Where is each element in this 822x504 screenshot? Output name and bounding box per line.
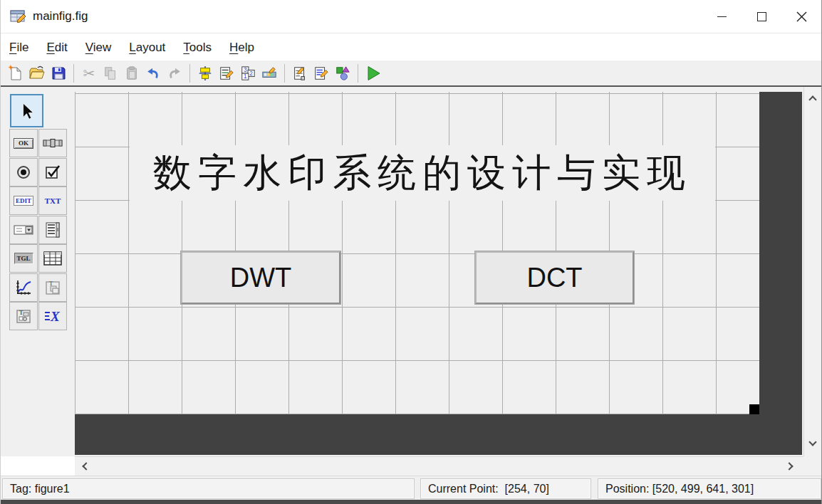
redo-button[interactable] xyxy=(164,63,185,84)
scroll-left-icon[interactable] xyxy=(82,462,90,470)
tool-button-group[interactable]: T xyxy=(9,302,38,330)
save-button[interactable] xyxy=(48,63,69,84)
property-inspector-icon xyxy=(313,65,329,81)
svg-text:1: 1 xyxy=(244,73,247,80)
figure-resize-handle[interactable] xyxy=(749,404,759,414)
copy-button[interactable] xyxy=(100,63,121,84)
undo-button[interactable] xyxy=(142,63,164,84)
toolbar-separator xyxy=(73,64,74,83)
svg-text:3: 3 xyxy=(244,67,247,73)
align-objects-button[interactable] xyxy=(194,63,216,84)
current-point-text: Current Point: [254, 70] xyxy=(428,483,549,495)
menu-view[interactable]: View xyxy=(85,41,112,55)
tag-text: Tag: figure1 xyxy=(10,483,70,495)
table-icon xyxy=(43,251,62,266)
toolbar: ✂ xyxy=(1,61,821,87)
object-browser-icon xyxy=(335,65,350,81)
open-button[interactable] xyxy=(26,63,48,84)
listbox-icon xyxy=(45,222,61,238)
menu-tools[interactable]: Tools xyxy=(183,41,212,55)
tool-toggle-button[interactable]: TGL xyxy=(9,244,38,273)
tool-edit-text[interactable]: EDIT xyxy=(9,187,38,215)
maximize-button[interactable] xyxy=(742,0,781,33)
cut-scissors-icon: ✂ xyxy=(83,66,95,80)
tool-slider[interactable] xyxy=(38,129,67,157)
activex-icon: X xyxy=(43,308,62,324)
new-figure-icon xyxy=(7,65,24,82)
dct-button[interactable]: DCT xyxy=(475,251,634,304)
menu-help[interactable]: Help xyxy=(229,41,254,55)
editor-icon xyxy=(292,65,308,81)
guide-window: mainfig.fig File Edit View Layout Tools … xyxy=(0,0,822,504)
status-bar: Tag: figure1 Current Point: [254, 70] Po… xyxy=(1,476,821,504)
horizontal-scrollbar[interactable] xyxy=(75,456,803,476)
menu-editor-icon xyxy=(219,65,234,81)
close-icon xyxy=(796,11,807,22)
component-palette: OK EDIT TXT xyxy=(1,87,75,456)
slider-icon xyxy=(43,137,63,149)
tool-push-button[interactable]: OK xyxy=(9,129,38,157)
tool-listbox[interactable] xyxy=(38,216,67,244)
scroll-up-icon[interactable] xyxy=(808,95,816,103)
maximize-icon xyxy=(757,12,766,21)
menu-editor-button[interactable] xyxy=(216,63,237,84)
close-button[interactable] xyxy=(781,0,821,33)
popup-menu-icon xyxy=(14,225,33,235)
edit-text-icon: EDIT xyxy=(14,196,33,206)
toolbar-editor-button[interactable] xyxy=(259,63,280,84)
svg-text:T: T xyxy=(19,310,24,316)
menu-file[interactable]: File xyxy=(9,41,28,55)
tool-panel[interactable]: T xyxy=(38,273,67,302)
tool-table[interactable] xyxy=(38,244,67,273)
toolbar-editor-icon xyxy=(261,65,277,81)
tab-order-editor-button[interactable]: 3 2 1 xyxy=(237,63,259,84)
check-box-icon xyxy=(45,164,61,180)
redo-icon xyxy=(167,65,182,81)
paste-button[interactable] xyxy=(121,63,142,84)
tool-popup-menu[interactable] xyxy=(9,216,38,244)
menu-bar: File Edit View Layout Tools Help xyxy=(1,34,821,61)
radio-button-icon xyxy=(16,165,31,179)
undo-icon xyxy=(145,65,161,81)
push-button-icon: OK xyxy=(14,138,33,149)
tool-activex[interactable]: X xyxy=(38,302,67,330)
tab-order-editor-icon: 3 2 1 xyxy=(240,65,256,81)
position-text: Position: [520, 499, 641, 301] xyxy=(605,483,754,495)
align-objects-icon xyxy=(197,65,213,81)
toggle-button-icon: TGL xyxy=(14,253,33,264)
object-browser-button[interactable] xyxy=(332,63,353,84)
scroll-right-icon[interactable] xyxy=(785,462,793,470)
figure-title-static-text[interactable]: 数字水印系统的设计与实现 xyxy=(130,145,715,201)
property-inspector-button[interactable] xyxy=(311,63,332,84)
scroll-down-icon[interactable] xyxy=(808,438,816,446)
tool-axes[interactable] xyxy=(9,273,38,302)
svg-text:2: 2 xyxy=(249,70,253,76)
minimize-button[interactable] xyxy=(702,0,742,33)
axes-icon xyxy=(15,279,32,296)
tool-check-box[interactable] xyxy=(38,158,67,187)
tool-radio-button[interactable] xyxy=(9,158,38,187)
svg-text:X: X xyxy=(50,309,61,324)
vertical-scrollbar[interactable] xyxy=(803,87,822,456)
tool-static-text[interactable]: TXT xyxy=(38,187,67,215)
cut-button[interactable]: ✂ xyxy=(78,63,100,84)
window-bottom-edge xyxy=(1,500,821,504)
figure-canvas[interactable]: 数字水印系统的设计与实现 DWT DCT xyxy=(75,92,759,414)
new-figure-button[interactable] xyxy=(5,63,26,84)
editor-button[interactable] xyxy=(289,63,311,84)
copy-icon xyxy=(103,65,118,81)
dwt-button[interactable]: DWT xyxy=(181,251,340,304)
paste-clipboard-icon xyxy=(124,65,140,81)
menu-edit[interactable]: Edit xyxy=(46,41,67,55)
menu-layout[interactable]: Layout xyxy=(129,41,165,55)
run-button[interactable] xyxy=(363,63,384,84)
toolbar-separator xyxy=(189,64,190,83)
button-group-icon: T xyxy=(15,308,32,325)
title-bar: mainfig.fig xyxy=(1,0,821,33)
run-icon xyxy=(365,65,382,82)
minimize-icon xyxy=(717,16,727,17)
cursor-arrow-icon xyxy=(18,102,36,120)
figure-file-icon xyxy=(10,8,27,25)
window-title: mainfig.fig xyxy=(33,9,88,23)
tool-select[interactable] xyxy=(10,94,43,127)
